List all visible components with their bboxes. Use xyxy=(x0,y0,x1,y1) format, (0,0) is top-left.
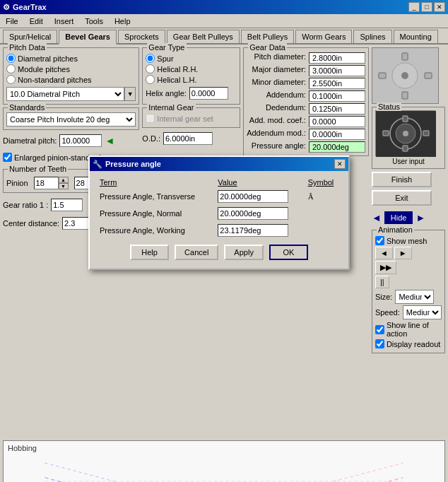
row2-value-field[interactable] xyxy=(218,224,288,237)
dedendum-value: 0.1250in xyxy=(309,103,365,114)
maximize-button[interactable]: □ xyxy=(421,2,432,12)
row0-term: Pressure Angle, Transverse xyxy=(95,188,213,205)
table-row: Pressure Angle, Normal xyxy=(95,205,343,222)
pressure-value: 20.000deg xyxy=(309,141,365,153)
enlarged-pinion-checkbox[interactable] xyxy=(3,153,12,162)
gear-profile-svg xyxy=(4,441,444,482)
dialog-title-left: 🔧 Pressure angle xyxy=(93,160,161,169)
size-dropdown[interactable]: Medium Small Large xyxy=(395,290,434,304)
gear-data-title: Gear Data xyxy=(248,43,287,52)
status-sub-label: User input xyxy=(375,158,442,165)
col-term: Term xyxy=(95,177,213,188)
svg-rect-4 xyxy=(402,92,408,99)
minor-value: 2.5500in xyxy=(309,78,365,89)
title-bar: ⚙ GearTrax _ □ ✕ xyxy=(0,0,448,14)
radio-spur[interactable] xyxy=(146,54,155,63)
internal-gear-label: Internal gear set xyxy=(157,114,213,123)
display-readout-checkbox[interactable] xyxy=(375,339,384,348)
row1-term: Pressure Angle, Normal xyxy=(95,205,213,222)
anim-pause-btn[interactable]: || xyxy=(375,276,389,288)
pd-label: Pitch diameter: xyxy=(247,52,306,64)
dialog-apply-button[interactable]: Apply xyxy=(224,245,264,260)
pinion-down-btn[interactable]: ▼ xyxy=(59,183,69,189)
menu-edit[interactable]: Edit xyxy=(27,16,46,27)
menu-file[interactable]: File xyxy=(3,16,21,27)
radio-helical-lh[interactable] xyxy=(146,75,155,84)
tab-worm-gears[interactable]: Worm Gears xyxy=(295,30,352,43)
show-line-checkbox[interactable] xyxy=(375,325,384,334)
gear-type-title: Gear Type xyxy=(147,43,186,52)
center-distance-label: Center distance: xyxy=(3,219,59,228)
svg-rect-12 xyxy=(403,146,408,151)
animation-title: Animation xyxy=(377,225,414,234)
speed-label: Speed: xyxy=(375,308,400,317)
menu-bar: File Edit Insert Tools Help xyxy=(0,14,448,28)
status-image xyxy=(375,110,435,156)
tab-sprockets[interactable]: Sprockets xyxy=(118,30,165,43)
radio-nonstandard[interactable] xyxy=(6,75,16,84)
pinion-up-btn[interactable]: ▲ xyxy=(59,177,69,183)
anim-ff-btn[interactable]: ▶▶ xyxy=(375,261,396,274)
tab-bevel-gears[interactable]: Bevel Gears xyxy=(59,30,117,45)
row0-symbol: Â xyxy=(304,188,343,205)
show-mesh-checkbox[interactable] xyxy=(375,236,384,245)
minimize-button[interactable]: _ xyxy=(408,2,420,12)
radio-nonstandard-row: Non-standard pitches xyxy=(6,75,136,84)
finish-button[interactable]: Finish xyxy=(372,172,432,187)
addmod-value: 0.0000 xyxy=(309,116,365,127)
tab-belt-pulleys[interactable]: Belt Pulleys xyxy=(241,30,294,43)
major-label: Major diameter: xyxy=(247,65,306,76)
menu-tools[interactable]: Tools xyxy=(82,16,106,27)
diametral-pitch-row: Diametral pitch: ◄ xyxy=(3,134,139,147)
diametral-pitch-field[interactable] xyxy=(59,134,102,147)
anim-left-btn[interactable]: ◄ xyxy=(375,247,393,259)
status-svg xyxy=(376,111,436,157)
dialog-help-button[interactable]: Help xyxy=(130,245,169,260)
pitch-dropdown[interactable]: 10.0 Diametral Pitch xyxy=(6,87,124,101)
tab-splines[interactable]: Splines xyxy=(353,30,391,43)
radio-diametral[interactable] xyxy=(6,54,16,63)
dp-indicator: ◄ xyxy=(105,135,114,146)
standards-title: Standards xyxy=(8,103,46,112)
tab-mounting[interactable]: Mounting xyxy=(394,30,438,43)
helix-angle-field[interactable] xyxy=(189,87,228,100)
dialog-table: Term Value Symbol Pressure Angle, Transv… xyxy=(95,177,343,239)
pitch-dropdown-btn[interactable]: ▼ xyxy=(124,87,136,101)
gear-data-grid: Pitch diameter: 2.8000in Major diameter:… xyxy=(247,52,365,153)
anim-right-btn[interactable]: ► xyxy=(394,247,412,259)
od-label: O.D.: xyxy=(142,134,160,143)
far-right-panel: Status User input xyxy=(372,47,445,437)
row1-value-field[interactable] xyxy=(218,207,288,220)
standards-dropdown[interactable]: Coarse Pitch Involute 20 deg xyxy=(6,112,136,127)
anim-ff-row: ▶▶ xyxy=(375,261,442,274)
tab-spur-helical[interactable]: Spur/Helical xyxy=(3,30,57,43)
app-title: GearTrax xyxy=(13,3,47,11)
pinion-teeth-field[interactable] xyxy=(34,177,59,189)
radio-helical-rh[interactable] xyxy=(146,64,155,74)
svg-rect-13 xyxy=(383,131,389,136)
svg-rect-3 xyxy=(402,53,408,60)
menu-help[interactable]: Help xyxy=(112,16,134,27)
col-value: Value xyxy=(213,177,303,188)
radio-helical-rh-label: Helical R.H. xyxy=(157,65,198,74)
dialog-cancel-button[interactable]: Cancel xyxy=(175,245,218,260)
speed-dropdown[interactable]: Medium Slow Fast xyxy=(403,305,442,319)
gear-ratio-label: Gear ratio 1 : xyxy=(3,201,48,209)
close-button[interactable]: ✕ xyxy=(434,2,445,12)
radio-nonstandard-label: Non-standard pitches xyxy=(18,76,92,84)
size-row: Size: Medium Small Large xyxy=(375,290,442,304)
svg-rect-15 xyxy=(45,441,403,482)
hide-button[interactable]: Hide xyxy=(384,211,413,224)
radio-module[interactable] xyxy=(6,64,16,74)
menu-insert[interactable]: Insert xyxy=(52,16,77,27)
gear-ratio-field[interactable] xyxy=(51,199,83,211)
radio-spur-label: Spur xyxy=(157,54,173,63)
exit-button[interactable]: Exit xyxy=(372,190,432,206)
row0-value-field[interactable] xyxy=(218,190,288,203)
major-value: 3.0000in xyxy=(309,65,365,76)
dialog-icon: 🔧 xyxy=(93,160,102,169)
od-field[interactable] xyxy=(163,132,213,145)
tab-gear-belt-pulleys[interactable]: Gear Belt Pulleys xyxy=(167,30,240,43)
dialog-close-button[interactable]: ✕ xyxy=(334,159,346,169)
dialog-ok-button[interactable]: OK xyxy=(269,245,308,260)
